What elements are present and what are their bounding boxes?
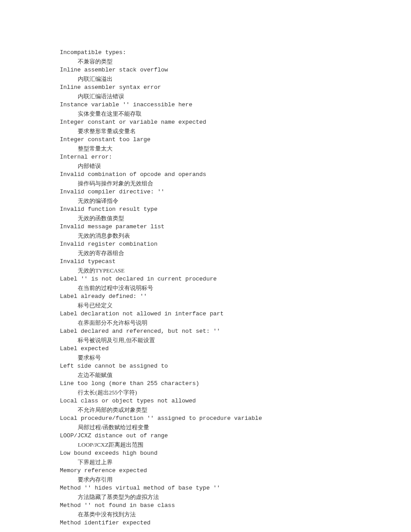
error-chinese: 局部过程/函数赋给过程变量: [60, 423, 411, 432]
error-chinese: 在基类中没有找到方法: [60, 510, 411, 519]
error-chinese: 标号已经定义: [60, 301, 411, 310]
error-english: Internal error:: [60, 153, 411, 162]
error-chinese: 行太长(超出255个字符): [60, 388, 411, 397]
error-chinese: 内部错误: [60, 162, 411, 171]
error-english: Integer constant too large: [60, 135, 411, 144]
error-english: Left side cannot be assigned to: [60, 362, 411, 371]
error-entry: LOOP/JCXZ distance out of rangeLOOP/JCXZ…: [60, 431, 411, 449]
error-english: Invalid function result type: [60, 205, 411, 214]
error-entry: Invalid combination of opcode and operan…: [60, 170, 411, 188]
error-entry: Label declared and referenced, but not s…: [60, 327, 411, 344]
error-entry: Internal error:内部错误: [60, 153, 411, 170]
error-english: Invalid typecast: [60, 257, 411, 266]
error-chinese: LOOP/JCXZ距离超出范围: [60, 440, 411, 449]
error-chinese: 无效的寄存器组合: [60, 249, 411, 258]
error-english: Local procedure/function '' assigned to …: [60, 414, 411, 423]
error-chinese: 内联汇编溢出: [60, 75, 411, 84]
error-entry: Left side cannot be assigned to左边不能赋值: [60, 362, 411, 379]
error-chinese: 在当前的过程中没有说明标号: [60, 284, 411, 293]
error-message-list: Incompatible types:不兼容的类型Inline assemble…: [60, 48, 411, 528]
error-english: Label already defined: '': [60, 292, 411, 301]
error-english: Invalid combination of opcode and operan…: [60, 170, 411, 179]
error-entry: Low bound exceeds high bound下界超过上界: [60, 449, 411, 466]
error-entry: Inline assembler syntax error内联汇编语法错误: [60, 83, 411, 101]
error-chinese: 在界面部分不允许标号说明: [60, 318, 411, 327]
error-entry: Method '' not found in base class在基类中没有找…: [60, 501, 411, 519]
error-chinese: 要求标号: [60, 353, 411, 362]
error-entry: Invalid compiler directive: ''无效的编译指令: [60, 188, 411, 205]
error-entry: Inline assembler stack overflow内联汇编溢出: [60, 66, 411, 83]
error-chinese: 无效的编译指令: [60, 197, 411, 205]
error-english: Line too long (more than 255 characters): [60, 379, 411, 388]
error-entry: Label '' is not declared in current proc…: [60, 275, 411, 292]
error-english: Incompatible types:: [60, 48, 411, 57]
error-english: Inline assembler stack overflow: [60, 66, 411, 75]
error-chinese: 不兼容的类型: [60, 57, 411, 66]
error-english: Label expected: [60, 344, 411, 353]
error-english: Label '' is not declared in current proc…: [60, 275, 411, 284]
error-entry: Integer constant too large整型常量太大: [60, 135, 411, 153]
error-english: Method '' hides virtual method of base t…: [60, 484, 411, 493]
error-chinese: 下界超过上界: [60, 458, 411, 467]
error-english: Label declaration not allowed in interfa…: [60, 310, 411, 318]
error-entry: Line too long (more than 255 characters)…: [60, 379, 411, 397]
error-chinese: 要求整形常量或变量名: [60, 127, 411, 136]
error-english: Memory reference expected: [60, 466, 411, 475]
error-english: Method '' not found in base class: [60, 501, 411, 510]
error-english: Inline assembler syntax error: [60, 83, 411, 92]
error-entry: Instance variable '' inaccessible here实体…: [60, 101, 411, 118]
document-page: Incompatible types:不兼容的类型Inline assemble…: [0, 0, 411, 532]
error-chinese: 整型常量太大: [60, 144, 411, 153]
error-chinese: 标号被说明及引用,但不能设置: [60, 336, 411, 345]
error-chinese: 要求内存引用: [60, 475, 411, 484]
error-english: Invalid message parameter list: [60, 222, 411, 231]
error-chinese: 实体变量在这里不能存取: [60, 109, 411, 118]
error-chinese: 内联汇编语法错误: [60, 92, 411, 101]
error-chinese: 操作码与操作对象的无效组合: [60, 179, 411, 188]
error-english: Instance variable '' inaccessible here: [60, 101, 411, 109]
error-chinese: 左边不能赋值: [60, 371, 411, 380]
error-entry: Label already defined: ''标号已经定义: [60, 292, 411, 310]
error-entry: Memory reference expected要求内存引用: [60, 466, 411, 484]
error-english: Label declared and referenced, but not s…: [60, 327, 411, 336]
error-english: Local class or object types not allowed: [60, 397, 411, 406]
error-entry: Invalid register combination无效的寄存器组合: [60, 240, 411, 257]
error-entry: Label declaration not allowed in interfa…: [60, 310, 411, 327]
error-entry: Invalid function result type无效的函数值类型: [60, 205, 411, 222]
error-chinese: 无效的消息参数列表: [60, 231, 411, 240]
error-chinese: 无效的函数值类型: [60, 214, 411, 223]
error-english: Low bound exceeds high bound: [60, 449, 411, 458]
error-entry: Method identifier expected: [60, 519, 411, 528]
error-entry: Invalid typecast无效的TYPECASE: [60, 257, 411, 275]
error-chinese: 不允许局部的类或对象类型: [60, 406, 411, 415]
error-english: Invalid compiler directive: '': [60, 188, 411, 197]
error-english: Invalid register combination: [60, 240, 411, 249]
error-english: Method identifier expected: [60, 519, 411, 528]
error-english: Integer constant or variable name expect…: [60, 118, 411, 127]
error-english: LOOP/JCXZ distance out of range: [60, 431, 411, 440]
error-chinese: 方法隐藏了基类型为的虚拟方法: [60, 493, 411, 502]
error-entry: Incompatible types:不兼容的类型: [60, 48, 411, 66]
error-entry: Local class or object types not allowed不…: [60, 397, 411, 414]
error-entry: Integer constant or variable name expect…: [60, 118, 411, 135]
error-entry: Local procedure/function '' assigned to …: [60, 414, 411, 431]
error-chinese: 无效的TYPECASE: [60, 266, 411, 275]
error-entry: Invalid message parameter list无效的消息参数列表: [60, 222, 411, 240]
error-entry: Label expected要求标号: [60, 344, 411, 362]
error-entry: Method '' hides virtual method of base t…: [60, 484, 411, 501]
